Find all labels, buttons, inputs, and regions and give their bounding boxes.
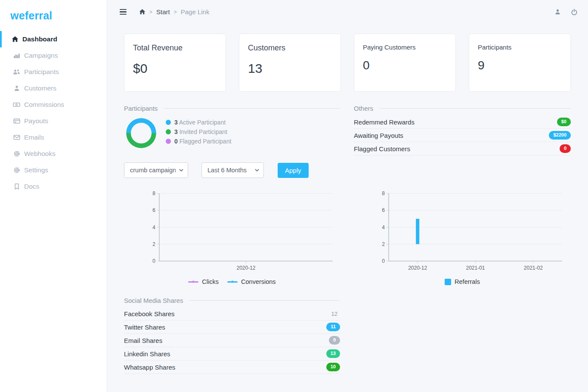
main-area: > Start > Page Link Total Revenue $0 Cus… <box>107 0 588 392</box>
bar-chart-legend: Referrals <box>354 278 571 285</box>
share-label: Email Shares <box>124 337 162 344</box>
user-icon[interactable] <box>554 9 561 15</box>
list-item: Awaiting Payouts $2200 <box>354 129 571 142</box>
gear-icon <box>13 150 20 158</box>
sidebar-item-participants[interactable]: Participants <box>0 64 107 80</box>
sidebar-nav: Dashboard Campaigns Participants Custome… <box>0 31 107 195</box>
money-bill-icon <box>13 101 20 109</box>
bar-chart-icon <box>13 52 20 59</box>
share-label: Twitter Shares <box>124 324 165 331</box>
section-title: Social Media Shares <box>124 297 183 304</box>
share-label: Whatsapp Shares <box>124 364 175 371</box>
left-column: Participants 3 Active Participant 3 Invi… <box>124 105 340 391</box>
social-section-header: Social Media Shares <box>124 297 340 304</box>
gear-icon <box>13 167 20 174</box>
sidebar-item-docs[interactable]: Docs <box>0 178 107 195</box>
others-list: Redemmed Rewards $0 Awaiting Payouts $22… <box>354 115 571 156</box>
stat-label: Paying Customers <box>363 44 447 51</box>
legend-item: 3 Active Participant <box>166 118 231 127</box>
campaign-select[interactable]: crumb campaign <box>124 162 188 178</box>
chevron-down-icon <box>255 169 259 171</box>
participants-donut-chart <box>126 118 156 148</box>
envelope-icon <box>13 134 20 141</box>
svg-text:2: 2 <box>382 241 385 247</box>
sidebar-item-label: Settings <box>24 166 48 174</box>
payout-card-icon <box>13 118 20 125</box>
topbar-actions <box>554 9 578 16</box>
sidebar-item-payouts[interactable]: Payouts <box>0 113 107 129</box>
svg-text:6: 6 <box>382 207 385 213</box>
others-badge: 0 <box>560 144 571 152</box>
users-icon <box>13 68 20 76</box>
svg-text:2021-01: 2021-01 <box>466 265 485 271</box>
divider <box>164 108 340 109</box>
date-range-select[interactable]: Last 6 Months <box>201 162 264 178</box>
apply-button[interactable]: Apply <box>278 163 309 178</box>
stat-label: Total Revenue <box>133 44 217 53</box>
bar-chart-canvas: 024682020-122021-012021-02 <box>354 191 571 274</box>
menu-toggle-button[interactable] <box>119 7 127 16</box>
svg-text:2020-12: 2020-12 <box>408 265 427 271</box>
list-item: Flagged Customers 0 <box>354 142 571 156</box>
participants-section-header: Participants <box>124 105 340 112</box>
sidebar-item-customers[interactable]: Customers <box>0 80 107 96</box>
others-label: Flagged Customers <box>354 145 410 152</box>
referrals-chart: 024682020-122021-012021-02 Referrals <box>354 191 571 285</box>
stat-label: Customers <box>248 44 332 53</box>
sidebar-item-label: Participants <box>24 68 59 76</box>
bookmark-icon <box>13 183 20 190</box>
share-label: Linkedin Shares <box>124 350 170 358</box>
sidebar-item-label: Commissions <box>24 101 64 109</box>
section-title: Others <box>354 105 373 112</box>
sidebar-item-webhooks[interactable]: Webhooks <box>0 146 107 162</box>
stat-card-customers: Customers 13 <box>239 34 341 92</box>
home-icon[interactable] <box>139 9 145 15</box>
participants-summary: 3 Active Participant 3 Invited Participa… <box>124 118 340 148</box>
dashboard-content: Total Revenue $0 Customers 13 Paying Cus… <box>107 24 588 391</box>
social-shares-list: Facebook Shares 12 Twitter Shares 11 Ema… <box>124 307 340 374</box>
stat-value: 0 <box>363 59 447 72</box>
legend-item[interactable]: Conversions <box>227 278 276 285</box>
social-media-shares-section: Social Media Shares Facebook Shares 12 T… <box>124 297 340 374</box>
sidebar-item-label: Dashboard <box>22 35 57 43</box>
sidebar-item-commissions[interactable]: Commissions <box>0 96 107 113</box>
divider <box>379 108 571 109</box>
legend-dot <box>166 120 171 125</box>
sidebar-item-dashboard[interactable]: Dashboard <box>0 31 107 47</box>
sidebar-item-emails[interactable]: Emails <box>0 129 107 146</box>
share-badge: 13 <box>326 349 340 358</box>
breadcrumb-start[interactable]: Start <box>156 8 170 16</box>
legend-item[interactable]: Clicks <box>188 278 219 285</box>
sidebar-item-label: Emails <box>24 134 44 141</box>
stat-cards: Total Revenue $0 Customers 13 Paying Cus… <box>124 34 571 92</box>
svg-text:8: 8 <box>152 191 155 196</box>
breadcrumb-page-link: Page Link <box>181 8 210 16</box>
user-icon <box>13 85 20 92</box>
others-label: Awaiting Payouts <box>354 132 403 139</box>
share-badge: 10 <box>326 363 340 371</box>
sidebar-item-campaigns[interactable]: Campaigns <box>0 47 107 64</box>
list-item: Twitter Shares 11 <box>124 320 340 334</box>
chevron-right-icon: > <box>149 9 152 15</box>
divider <box>189 300 340 301</box>
svg-text:2: 2 <box>152 241 155 247</box>
svg-text:4: 4 <box>152 224 155 230</box>
svg-text:8: 8 <box>382 191 385 196</box>
stat-card-total-revenue: Total Revenue $0 <box>124 34 226 92</box>
topbar: > Start > Page Link <box>107 0 588 24</box>
sidebar-item-settings[interactable]: Settings <box>0 162 107 178</box>
stat-card-paying-customers: Paying Customers 0 <box>354 34 456 92</box>
legend-item[interactable]: Referrals <box>445 278 480 285</box>
svg-text:2021-02: 2021-02 <box>524 265 543 271</box>
line-chart-legend: ClicksConversions <box>124 278 340 285</box>
list-item: Redemmed Rewards $0 <box>354 115 571 129</box>
stat-card-participants: Participants 9 <box>469 34 571 92</box>
sidebar: weferral Dashboard Campaigns Participant… <box>0 0 107 392</box>
power-icon[interactable] <box>571 9 578 16</box>
list-item: Facebook Shares 12 <box>124 307 340 320</box>
sidebar-item-label: Campaigns <box>24 52 58 59</box>
participants-legend: 3 Active Participant 3 Invited Participa… <box>166 118 231 148</box>
others-badge: $0 <box>557 118 571 126</box>
breadcrumb: > Start > Page Link <box>139 8 209 16</box>
sidebar-item-label: Customers <box>24 84 56 92</box>
